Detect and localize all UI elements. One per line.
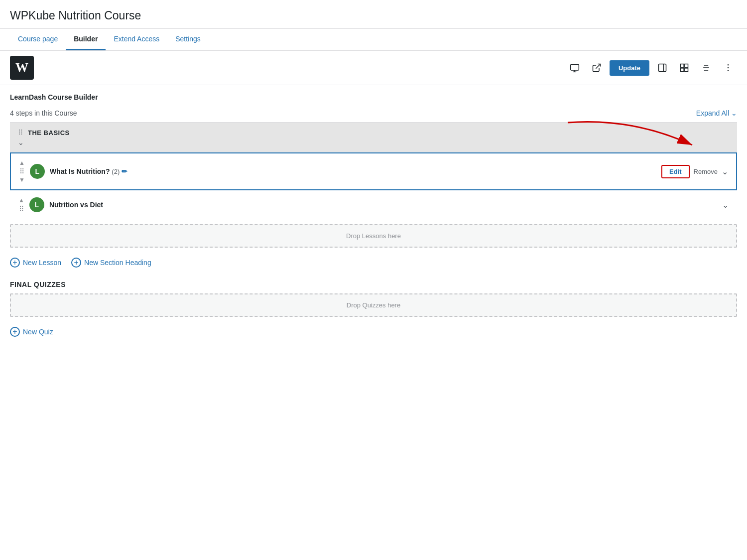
svg-rect-9 — [685, 68, 688, 72]
expand-all-button[interactable]: Expand All ⌄ — [696, 109, 737, 117]
add-quiz-buttons-bar: + New Quiz — [10, 322, 737, 342]
lesson-actions-2: ⌄ — [722, 200, 729, 210]
lesson-icon-2: L — [29, 197, 44, 212]
steps-count: 4 steps in this Course — [10, 109, 77, 117]
drag-handle-lesson-2-icon[interactable]: ⠿ — [19, 205, 24, 213]
new-quiz-button[interactable]: + New Quiz — [10, 327, 53, 337]
edit-pencil-icon[interactable]: ✏ — [122, 167, 127, 175]
tab-settings[interactable]: Settings — [167, 29, 209, 50]
page-wrapper: WPKube Nutrition Course Course page Buil… — [0, 0, 747, 357]
tabs-bar: Course page Builder Extend Access Settin… — [0, 29, 747, 51]
drag-handle-lesson-1-icon[interactable]: ⠿ — [19, 167, 24, 175]
svg-line-3 — [596, 64, 600, 69]
lesson-2-up-icon[interactable]: ▲ — [18, 197, 24, 204]
wp-logo: W — [10, 56, 34, 80]
remove-button-1[interactable]: Remove — [694, 168, 718, 175]
lesson-title-1: What Is Nutrition? (2) ✏ — [50, 167, 656, 175]
section-header: ⠿ THE BASICS — [18, 129, 729, 137]
add-buttons-bar: + New Lesson + New Section Heading — [10, 253, 737, 273]
steps-header: 4 steps in this Course Expand All ⌄ — [10, 109, 737, 123]
page-title-bar: WPKube Nutrition Course — [0, 0, 747, 29]
svg-rect-8 — [681, 68, 684, 72]
drag-handle-icon[interactable]: ⠿ — [18, 129, 23, 137]
view-desktop-button[interactable] — [566, 59, 584, 77]
new-lesson-label: New Lesson — [23, 259, 61, 267]
svg-rect-0 — [571, 64, 579, 70]
svg-point-13 — [728, 64, 729, 66]
plus-icon-section: + — [71, 258, 81, 268]
lesson-chevron-icon-2[interactable]: ⌄ — [722, 200, 729, 210]
lesson-up-icon[interactable]: ▲ — [19, 159, 25, 166]
strikethrough-button[interactable] — [697, 59, 715, 77]
final-quizzes-section: FINAL QUIZZES Drop Quizzes here + New Qu… — [10, 280, 737, 342]
new-lesson-button[interactable]: + New Lesson — [10, 258, 61, 268]
more-options-button[interactable] — [719, 59, 737, 77]
toolbar: W Update — [0, 51, 747, 85]
lesson-title-2: Nutrition vs Diet — [49, 201, 717, 209]
tab-course-page[interactable]: Course page — [10, 29, 66, 50]
lesson-count-1: (2) — [112, 168, 120, 175]
section-collapse-icon[interactable]: ⌄ — [18, 139, 729, 146]
lesson-down-icon[interactable]: ▼ — [19, 176, 25, 183]
svg-point-14 — [728, 67, 729, 69]
new-section-heading-label: New Section Heading — [84, 259, 151, 267]
edit-mode-button[interactable] — [675, 59, 693, 77]
drop-lessons-zone[interactable]: Drop Lessons here — [10, 224, 737, 248]
page-title: WPKube Nutrition Course — [10, 9, 737, 22]
drop-quizzes-zone[interactable]: Drop Quizzes here — [10, 293, 737, 317]
final-quizzes-title: FINAL QUIZZES — [10, 280, 737, 288]
lesson-icon-1: L — [30, 164, 45, 179]
edit-button-1[interactable]: Edit — [661, 165, 690, 178]
lesson-controls-1: ▲ ⠿ ▼ — [19, 159, 25, 183]
svg-point-15 — [728, 70, 729, 72]
lesson-item-2: ▲ ⠿ L Nutrition vs Diet ⌄ — [10, 190, 737, 219]
builder-section: LearnDash Course Builder 4 steps in this… — [0, 85, 747, 123]
lesson-wrapper-1: ▲ ⠿ ▼ L What Is Nutrition? (2) ✏ Edit Re… — [10, 152, 737, 190]
update-button[interactable]: Update — [610, 60, 649, 76]
chevron-down-icon: ⌄ — [731, 109, 737, 117]
svg-rect-7 — [685, 64, 688, 68]
lesson-actions-1: Edit Remove ⌄ — [661, 165, 728, 178]
sidebar-toggle-button[interactable] — [653, 59, 671, 77]
view-external-button[interactable] — [588, 59, 606, 77]
plus-icon-quiz: + — [10, 327, 20, 337]
tab-builder[interactable]: Builder — [66, 29, 106, 50]
new-quiz-label: New Quiz — [23, 328, 53, 336]
lesson-chevron-icon-1[interactable]: ⌄ — [722, 167, 728, 176]
section-block-basics: ⠿ THE BASICS ⌄ — [10, 123, 737, 152]
section-title: THE BASICS — [28, 129, 70, 137]
lesson-item-1: ▲ ⠿ ▼ L What Is Nutrition? (2) ✏ Edit Re… — [10, 152, 737, 190]
tab-extend-access[interactable]: Extend Access — [106, 29, 167, 50]
builder-inner: ⠿ THE BASICS ⌄ ▲ ⠿ ▼ L What Is Nutrition… — [0, 123, 747, 357]
plus-icon-lesson: + — [10, 258, 20, 268]
expand-all-label: Expand All — [696, 109, 729, 117]
lesson-controls-2: ▲ ⠿ — [18, 197, 24, 213]
svg-rect-4 — [659, 64, 666, 72]
svg-rect-6 — [681, 64, 684, 68]
new-section-heading-button[interactable]: + New Section Heading — [71, 258, 151, 268]
builder-label: LearnDash Course Builder — [10, 93, 737, 101]
